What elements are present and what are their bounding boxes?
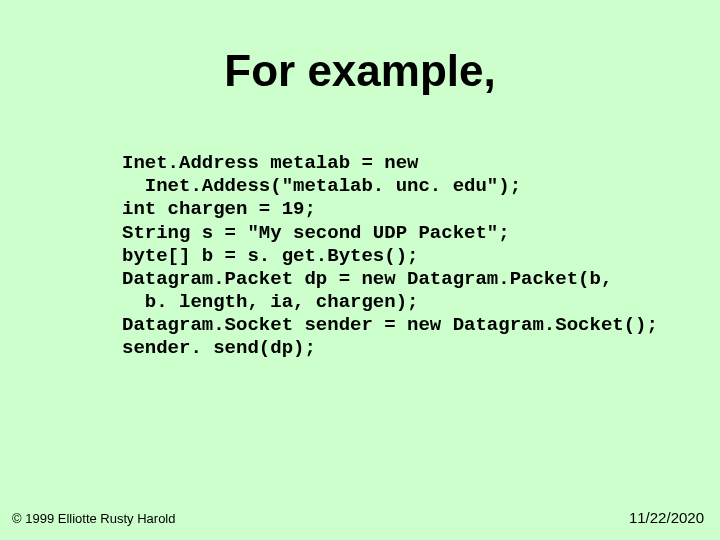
slide: For example, Inet.Address metalab = new … (0, 0, 720, 540)
copyright-text: © 1999 Elliotte Rusty Harold (12, 511, 176, 526)
date-text: 11/22/2020 (629, 509, 704, 526)
code-block: Inet.Address metalab = new Inet.Addess("… (122, 152, 658, 361)
slide-title: For example, (0, 46, 720, 96)
